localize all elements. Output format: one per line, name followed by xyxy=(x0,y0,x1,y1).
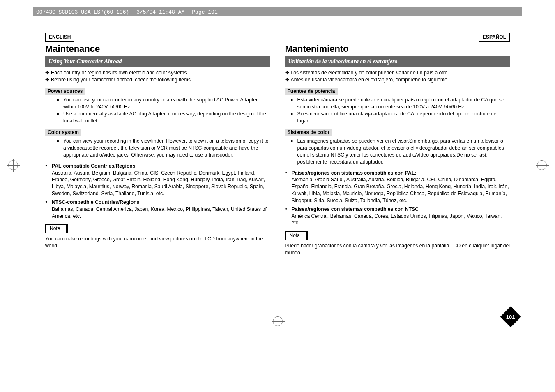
fold-mark-icon xyxy=(278,14,278,20)
intro-item: Before using your camcorder abroad, chec… xyxy=(51,76,270,83)
region-title: PAL-compatible Countries/Regions xyxy=(52,163,136,169)
region-body: América Central, Bahamas, Canadá, Corea,… xyxy=(292,213,510,227)
heading-maintenance: Maintenance xyxy=(45,43,270,55)
right-column: ESPAÑOL Mantenimiento Utilización de la … xyxy=(285,33,510,312)
lang-espanol-box: ESPAÑOL xyxy=(479,33,510,42)
lang-english-box: ENGLISH xyxy=(45,33,74,42)
region-item: Países/regiones con sistemas compatibles… xyxy=(292,170,510,204)
page-content: ENGLISH Maintenance Using Your Camcorder… xyxy=(45,33,510,312)
region-title: Países/regiones con sistemas compatibles… xyxy=(292,170,417,176)
power-item: Si es necesario, utilice una clavija ada… xyxy=(297,111,510,125)
registration-mark-left-icon xyxy=(8,160,18,170)
power-item: Esta videocámara se puede utilizar en cu… xyxy=(297,97,510,111)
registration-mark-right-icon xyxy=(537,160,547,170)
regions-list-right: Países/regiones con sistemas compatibles… xyxy=(285,170,510,228)
header-page: Page 101 xyxy=(192,9,217,15)
intro-item: Antes de usar la videocámara en el extra… xyxy=(291,76,510,83)
region-title: NTSC-compatible Countries/Regions xyxy=(52,199,139,205)
note-box-left: Note xyxy=(45,224,68,233)
region-body: Australia, Austria, Belgium, Bulgaria, C… xyxy=(52,170,270,197)
regions-list-left: PAL-compatible Countries/Regions Austral… xyxy=(45,163,270,221)
left-column: ENGLISH Maintenance Using Your Camcorder… xyxy=(45,33,270,312)
color-label-right: Sistemas de color xyxy=(285,129,332,136)
note-body-left: You can make recordings with your camcor… xyxy=(45,235,270,249)
power-list-right: Esta videocámara se puede utilizar en cu… xyxy=(285,97,510,124)
registration-mark-bottom-icon xyxy=(273,316,283,326)
power-list-left: You can use your camcorder in any countr… xyxy=(45,97,270,124)
intro-item: Los sistemas de electricidad y de color … xyxy=(291,69,510,76)
region-body: Bahamas, Canada, Central America, Japan,… xyxy=(52,206,270,220)
note-box-right: Nota xyxy=(285,231,308,240)
color-list-left: You can view your recording in the viewf… xyxy=(45,138,270,158)
color-label-left: Color system xyxy=(45,129,81,136)
power-label-right: Fuentes de potencia xyxy=(285,88,338,95)
intro-list-left: Each country or region has its own elect… xyxy=(45,69,270,83)
region-body: Alemania, Arabia Saudí, Australia, Austr… xyxy=(292,176,510,204)
color-item: You can view your recording in the viewf… xyxy=(63,138,270,158)
color-item: Las imágenes grabadas se pueden ver en e… xyxy=(297,138,510,165)
color-list-right: Las imágenes grabadas se pueden ver en e… xyxy=(285,138,510,165)
region-item: PAL-compatible Countries/Regions Austral… xyxy=(52,163,270,197)
intro-item: Each country or region has its own elect… xyxy=(51,69,270,76)
section-band-right: Utilización de la videocámara en el extr… xyxy=(285,56,510,67)
heading-mantenimiento: Mantenimiento xyxy=(285,43,510,55)
intro-list-right: Los sistemas de electricidad y de color … xyxy=(285,69,510,83)
note-body-right: Puede hacer grabaciones con la cámara y … xyxy=(285,242,510,256)
header-file: 00743C SCD103 USA+ESP(60~106) xyxy=(36,9,129,15)
region-item: Países/regiones con sistemas compatibles… xyxy=(292,206,510,226)
region-item: NTSC-compatible Countries/Regions Bahama… xyxy=(52,199,270,219)
power-item: Use a commercially available AC plug Ada… xyxy=(63,111,270,125)
region-title: Países/regiones con sistemas compatibles… xyxy=(292,206,419,212)
power-label-left: Power sources xyxy=(45,88,85,95)
header-date: 3/5/04 11:48 AM xyxy=(136,9,184,15)
page-number: 101 xyxy=(506,314,515,320)
power-item: You can use your camcorder in any countr… xyxy=(63,97,270,111)
section-band-left: Using Your Camcorder Abroad xyxy=(45,56,270,67)
